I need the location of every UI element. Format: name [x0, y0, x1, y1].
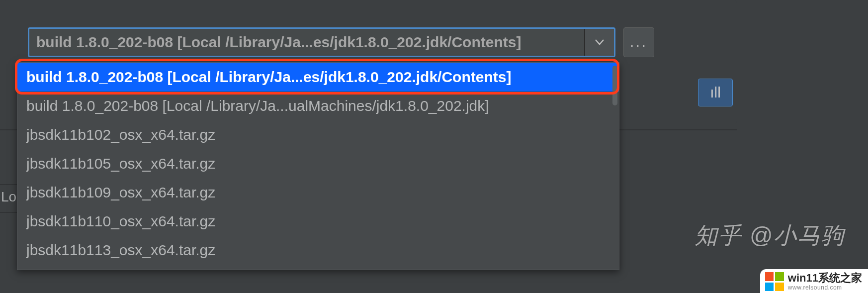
win11-logo-icon	[765, 272, 784, 291]
dropdown-item[interactable]: build 1.8.0_202-b08 [Local /Library/Ja..…	[17, 92, 619, 120]
dropdown-item[interactable]: jbsdk11b102_osx_x64.tar.gz	[17, 120, 619, 149]
dropdown-item[interactable]: build 1.8.0_202-b08 [Local /Library/Ja..…	[17, 63, 619, 92]
browse-button-label: ...	[630, 34, 647, 50]
win11-watermark: win11系统之家 www.relsound.com	[760, 269, 868, 293]
win11-text: win11系统之家 www.relsound.com	[788, 273, 862, 291]
background-label-lo: Lo	[1, 189, 16, 205]
zhihu-watermark: 知乎 @小马驹	[694, 220, 845, 251]
combo-selected-text: build 1.8.0_202-b08 [Local /Library/Ja..…	[29, 34, 584, 51]
dropdown-item-label: jbsdk11b105_osx_x64.tar.gz	[26, 155, 215, 172]
combo-arrow-button[interactable]	[584, 29, 614, 56]
dropdown-item-label: jbsdk11b110_osx_x64.tar.gz	[26, 213, 215, 230]
dropdown-scrollbar[interactable]	[612, 66, 617, 105]
all-button-label: ıll	[710, 84, 721, 101]
dropdown-item-label: build 1.8.0_202-b08 [Local /Library/Ja..…	[26, 98, 489, 114]
win11-sub: www.relsound.com	[788, 285, 862, 291]
settings-panel: Lo build 1.8.0_202-b08 [Local /Library/J…	[0, 0, 868, 293]
dropdown-item[interactable]: jbsdk11b105_osx_x64.tar.gz	[17, 149, 619, 178]
boot-jdk-combo[interactable]: build 1.8.0_202-b08 [Local /Library/Ja..…	[28, 27, 615, 57]
dropdown-item-label: build 1.8.0_202-b08 [Local /Library/Ja..…	[26, 69, 511, 86]
dropdown-item[interactable]: jbsdk11b113_osx_x64.tar.gz	[17, 236, 619, 265]
dropdown-item-label: jbsdk11b102_osx_x64.tar.gz	[26, 126, 215, 143]
dropdown-item[interactable]: jbsdk11b109_osx_x64.tar.gz	[17, 178, 619, 207]
win11-title: win11系统之家	[788, 273, 862, 284]
browse-button[interactable]: ...	[623, 27, 654, 57]
chevron-down-icon	[595, 39, 604, 45]
boot-jdk-dropdown[interactable]: build 1.8.0_202-b08 [Local /Library/Ja..…	[17, 62, 619, 270]
all-button[interactable]: ıll	[698, 79, 733, 106]
combo-row: build 1.8.0_202-b08 [Local /Library/Ja..…	[28, 27, 654, 57]
dropdown-item-label: jbsdk11b113_osx_x64.tar.gz	[26, 242, 215, 259]
dropdown-item-label: jbsdk11b109_osx_x64.tar.gz	[26, 184, 215, 201]
dropdown-item[interactable]: jbsdk11b110_osx_x64.tar.gz	[17, 207, 619, 236]
